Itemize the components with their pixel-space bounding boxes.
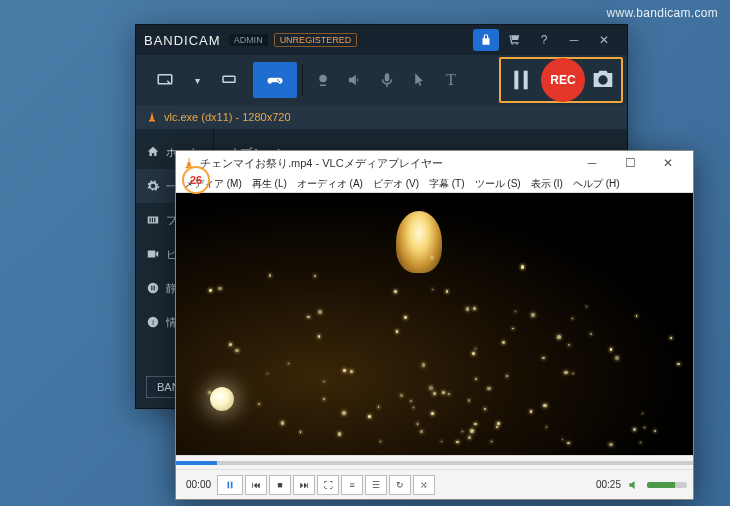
record-cluster-highlight: REC <box>499 57 623 103</box>
cart-icon[interactable] <box>499 25 529 55</box>
help-icon[interactable]: ? <box>529 25 559 55</box>
vlc-volume-slider[interactable] <box>647 482 687 488</box>
svg-rect-7 <box>148 251 156 258</box>
vlc-extended-button[interactable]: ≡ <box>341 475 363 495</box>
mic-tool-icon[interactable] <box>371 62 403 98</box>
vlc-window: チェンマイお祭り.mp4 - VLCメディアプレイヤー ─ ☐ ✕ メディア (… <box>175 150 694 500</box>
record-button[interactable]: REC <box>541 58 585 102</box>
game-mode-button[interactable] <box>253 62 297 98</box>
vlc-titlebar: チェンマイお祭り.mp4 - VLCメディアプレイヤー ─ ☐ ✕ <box>176 151 693 175</box>
screen-mode-dropdown[interactable]: ▾ <box>189 62 205 98</box>
vlc-seekbar[interactable] <box>176 455 693 469</box>
close-icon[interactable]: ✕ <box>589 25 619 55</box>
screen-mode-button[interactable] <box>143 62 187 98</box>
svg-rect-1 <box>223 76 235 82</box>
menu-playback[interactable]: 再生 (L) <box>248 177 291 191</box>
menu-media[interactable]: メディア (M) <box>180 177 246 191</box>
time-total: 00:25 <box>596 479 621 490</box>
minimize-icon[interactable]: ─ <box>559 25 589 55</box>
screenshot-button[interactable] <box>589 62 617 98</box>
video-lantern <box>396 211 442 273</box>
bandicam-logo: BANDICAM <box>144 33 221 48</box>
menu-video[interactable]: ビデオ (V) <box>369 177 423 191</box>
bandicam-toolbar: ▾ T REC <box>136 55 627 105</box>
vlc-playlist-button[interactable]: ☰ <box>365 475 387 495</box>
time-current: 00:00 <box>186 479 211 490</box>
svg-rect-9 <box>151 286 152 291</box>
vlc-close-icon[interactable]: ✕ <box>649 152 687 174</box>
vlc-minimize-icon[interactable]: ─ <box>573 152 611 174</box>
svg-point-8 <box>148 283 159 294</box>
svg-rect-3 <box>514 71 518 90</box>
svg-rect-4 <box>524 71 528 90</box>
vlc-maximize-icon[interactable]: ☐ <box>611 152 649 174</box>
cursor-tool-icon[interactable] <box>403 62 435 98</box>
svg-rect-13 <box>186 167 193 169</box>
hdmi-mode-button[interactable] <box>207 62 251 98</box>
video-moon <box>210 387 234 411</box>
target-info-bar: vlc.exe (dx11) - 1280x720 <box>136 105 627 129</box>
menu-audio[interactable]: オーディオ (A) <box>293 177 367 191</box>
vlc-fullscreen-button[interactable]: ⛶ <box>317 475 339 495</box>
unregistered-badge: UNREGISTERED <box>274 33 358 47</box>
vlc-title-text: チェンマイお祭り.mp4 - VLCメディアプレイヤー <box>200 156 443 171</box>
menu-tools[interactable]: ツール (S) <box>471 177 525 191</box>
vlc-prev-button[interactable]: ⏮ <box>245 475 267 495</box>
vlc-menubar: メディア (M) 再生 (L) オーディオ (A) ビデオ (V) 字幕 (T)… <box>176 175 693 193</box>
svg-rect-14 <box>187 161 191 162</box>
vlc-play-button[interactable] <box>217 475 243 495</box>
pause-button[interactable] <box>505 62 537 98</box>
vlc-controls: 00:00 ⏮ ■ ⏭ ⛶ ≡ ☰ ↻ ⤭ 00:25 <box>176 469 693 499</box>
vlc-stop-button[interactable]: ■ <box>269 475 291 495</box>
target-label: vlc.exe (dx11) - 1280x720 <box>164 111 291 123</box>
svg-rect-15 <box>228 481 230 488</box>
svg-rect-5 <box>149 120 155 122</box>
vlc-volume-icon[interactable] <box>627 478 641 492</box>
webcam-tool-icon[interactable] <box>307 62 339 98</box>
vlc-next-button[interactable]: ⏭ <box>293 475 315 495</box>
svg-point-2 <box>319 75 327 83</box>
admin-badge: ADMIN <box>229 34 268 46</box>
vlc-video-area[interactable] <box>176 193 693 455</box>
menu-view[interactable]: 表示 (I) <box>527 177 567 191</box>
vlc-loop-button[interactable]: ↻ <box>389 475 411 495</box>
svg-rect-10 <box>154 286 155 291</box>
watermark-text: www.bandicam.com <box>606 6 718 20</box>
text-tool-icon[interactable]: T <box>435 62 467 98</box>
speaker-tool-icon[interactable] <box>339 62 371 98</box>
vlc-cone-icon <box>146 111 158 123</box>
bandicam-titlebar: BANDICAM ADMIN UNREGISTERED ? ─ ✕ <box>136 25 627 55</box>
vlc-cone-icon <box>182 156 196 170</box>
svg-rect-16 <box>231 481 233 488</box>
vlc-random-button[interactable]: ⤭ <box>413 475 435 495</box>
menu-subtitle[interactable]: 字幕 (T) <box>425 177 469 191</box>
lock-icon[interactable] <box>473 29 499 51</box>
menu-help[interactable]: ヘルプ (H) <box>569 177 624 191</box>
